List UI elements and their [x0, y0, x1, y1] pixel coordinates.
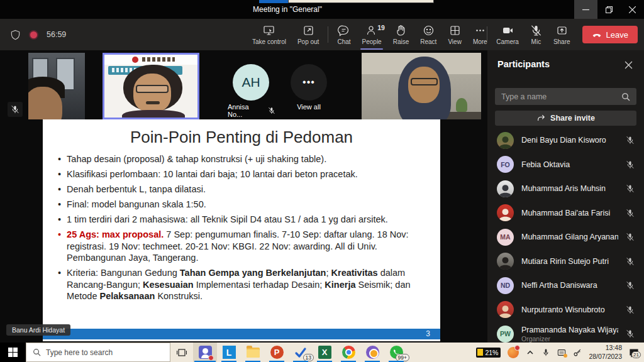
people-icon — [366, 25, 378, 36]
taskbar-browser-shield-icon[interactable] — [360, 343, 384, 362]
mic-muted-icon — [626, 257, 635, 266]
avatar: ND — [497, 277, 514, 294]
participant-name: Pramananda Nayaka Wijaya — [521, 326, 618, 334]
notification-count-badge: 21 — [631, 351, 641, 358]
taskbar-search[interactable]: Type here to search — [26, 343, 170, 362]
participant-row[interactable]: PW Pramananda Nayaka Wijaya Organizer — [487, 322, 644, 343]
search-icon — [33, 348, 41, 356]
shield-icon — [10, 30, 21, 40]
taskbar-excel-icon[interactable]: X — [313, 343, 336, 362]
taskbar-powerpoint-icon[interactable]: P — [265, 343, 289, 362]
tray-mic-icon[interactable] — [541, 348, 550, 357]
participant-name: Mutiara Ririn Sutejo Putri — [521, 257, 618, 266]
taskbar-chrome-icon[interactable] — [336, 343, 360, 362]
close-panel-button[interactable] — [621, 58, 635, 72]
notification-dot — [514, 345, 520, 351]
participant-row[interactable]: Muhammad Bai'ata Farisi — [487, 201, 644, 226]
mic-muted-icon — [626, 329, 635, 338]
participant-row[interactable]: Muhammad Aris Muhsin — [487, 177, 644, 201]
start-button[interactable] — [0, 343, 26, 362]
taskbar-l-app-icon[interactable]: L — [217, 343, 241, 362]
view-button[interactable]: View — [442, 19, 467, 50]
video-tile-active-speaker[interactable] — [103, 53, 199, 119]
shared-presentation-slide: Poin-Poin Penting di Pedoman •Tahap desa… — [43, 119, 440, 341]
mic-muted-icon — [626, 160, 635, 169]
avatar-initials: ND — [501, 282, 510, 289]
pop-out-icon — [303, 25, 314, 36]
windows-taskbar: Type here to search L P 13 X 99+ 21% — [0, 343, 644, 362]
toolbar-divider — [328, 26, 328, 43]
leave-label: Leave — [606, 30, 628, 40]
restore-button[interactable] — [597, 0, 621, 19]
taskbar-todo-icon[interactable]: 13 — [289, 343, 313, 362]
task-view-button[interactable] — [170, 343, 193, 362]
take-control-button[interactable]: Take control — [247, 19, 292, 50]
participant-row[interactable]: Nurputranto Wisnubroto — [487, 298, 644, 322]
search-input[interactable] — [495, 92, 621, 101]
slide-bullet: •Kriteria: Bangunan Gedung Tahan Gempa y… — [58, 267, 429, 302]
participant-row[interactable]: FO Febia Oktavia — [487, 153, 644, 177]
person-silhouette-icon — [497, 182, 514, 197]
participant-name: Muhammad Aris Muhsin — [521, 184, 618, 193]
view-all-label: View all — [291, 103, 327, 111]
presenter-name-tag: Banu Ardi Hidayat — [6, 324, 70, 336]
share-button[interactable]: Share — [548, 19, 576, 50]
slide-bullet: •Tahap desain (proposal) & tahap konstru… — [58, 153, 429, 165]
task-view-icon — [177, 348, 187, 358]
avatar — [497, 132, 514, 149]
close-button[interactable] — [621, 0, 644, 19]
action-center-button[interactable]: 21 — [629, 348, 639, 358]
avatar — [497, 204, 514, 221]
window-title: Meeting in "General" — [0, 0, 575, 19]
participant-row[interactable]: ND Neffi Artha Daniswara — [487, 273, 644, 298]
tray-key-icon[interactable] — [573, 348, 582, 357]
taskbar-clock[interactable]: 13:48 28/07/2023 — [589, 344, 622, 360]
participant-row[interactable]: MA Muhammad Gilang Aryananda — [487, 225, 644, 250]
slide-bullet: •Klasifikasi perlombaan: 10 lantai dari … — [58, 168, 429, 180]
leave-button[interactable]: Leave — [582, 26, 638, 43]
taskbar-date: 28/07/2023 — [589, 353, 622, 361]
raise-hand-icon — [395, 25, 407, 36]
participants-list: Deni Bayu Dian Kisworo FO Febia Oktavia … — [487, 128, 644, 343]
taskbar-whatsapp-icon[interactable]: 99+ — [384, 343, 408, 362]
view-all-button[interactable]: ••• — [291, 64, 327, 101]
mic-muted-icon — [626, 233, 635, 241]
pop-out-button[interactable]: Pop out — [292, 19, 325, 50]
avatar-initials: PW — [500, 330, 511, 337]
participant-row[interactable]: Deni Bayu Dian Kisworo — [487, 128, 644, 153]
participant-row[interactable]: Mutiara Ririn Sutejo Putri — [487, 250, 644, 274]
screen-control-icon — [263, 25, 275, 36]
video-tile[interactable] — [362, 53, 481, 119]
video-tile[interactable] — [28, 53, 85, 119]
camera-button[interactable]: Camera — [491, 19, 525, 50]
tray-app-icon[interactable] — [508, 347, 519, 358]
mic-muted-icon — [626, 305, 635, 314]
chat-button[interactable]: Chat — [331, 19, 356, 50]
avatar-initials: MA — [500, 233, 510, 241]
share-invite-icon — [536, 114, 545, 123]
share-invite-button[interactable]: Share invite — [495, 111, 636, 126]
avatar[interactable]: AH — [233, 64, 269, 101]
close-icon — [625, 61, 633, 69]
participant-search[interactable] — [495, 88, 636, 105]
react-button[interactable]: React — [414, 19, 442, 50]
participant-name: Febia Oktavia — [521, 160, 618, 169]
avatar: PW — [497, 326, 514, 343]
show-hidden-icons-button[interactable] — [526, 348, 535, 357]
mic-button[interactable]: Mic — [525, 19, 548, 50]
minimize-button[interactable] — [574, 0, 597, 19]
tray-snip-icon[interactable] — [557, 348, 566, 357]
view-icon — [449, 25, 461, 36]
hang-up-icon — [592, 30, 602, 40]
mic-muted-icon — [626, 136, 635, 145]
person-silhouette-icon — [497, 302, 514, 318]
taskbar-teams-icon[interactable] — [193, 343, 217, 362]
battery-indicator[interactable]: 21% — [476, 348, 501, 358]
taskbar-file-explorer-icon[interactable] — [241, 343, 265, 362]
slide-page-number: 3 — [426, 329, 430, 338]
people-button[interactable]: 19 People — [357, 19, 387, 50]
avatar — [497, 253, 514, 270]
raise-hand-button[interactable]: Raise — [387, 19, 415, 50]
mic-muted-icon — [268, 107, 275, 114]
camera-icon — [502, 25, 514, 36]
